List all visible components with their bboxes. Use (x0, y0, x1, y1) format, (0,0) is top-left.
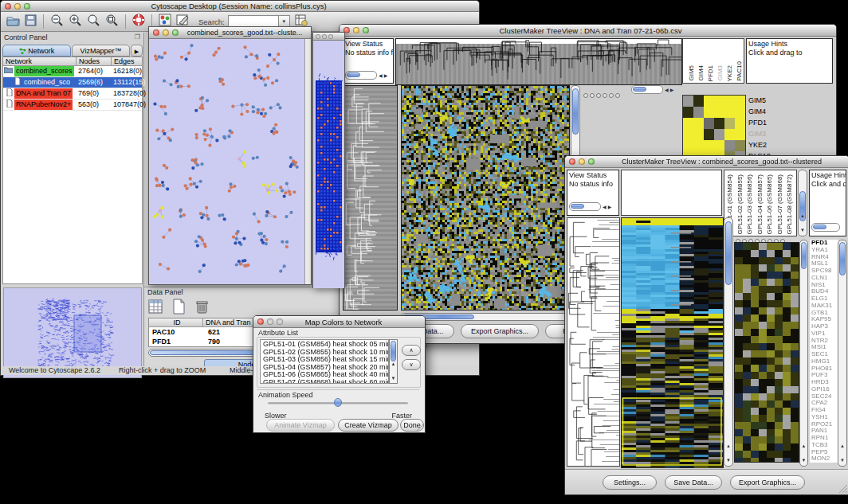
close-icon[interactable] (569, 158, 575, 165)
tv1-hscrollbar[interactable] (401, 313, 570, 321)
minimize-icon[interactable] (267, 318, 273, 325)
gene-label[interactable]: GIM5 (748, 95, 780, 106)
close-icon[interactable] (153, 29, 159, 36)
column-label[interactable]: GPL51-07 (GSM868) (776, 174, 783, 235)
zoom-icon[interactable] (363, 27, 369, 33)
right-arrow-icon[interactable]: ▶ (670, 88, 674, 92)
column-label[interactable]: PAC10 (736, 61, 743, 81)
grid-network-canvas[interactable] (313, 41, 344, 288)
gene-list-item[interactable]: MON2 (811, 455, 838, 463)
scroll-arrows[interactable]: ▲▼ (725, 436, 732, 465)
column-label[interactable]: GIM3 (716, 65, 724, 81)
more-tabs-icon[interactable]: ▶ (131, 45, 143, 57)
open-file-icon[interactable] (6, 14, 20, 29)
column-label[interactable]: GIM4 (697, 65, 705, 81)
right-arrow-icon[interactable]: ▶ (608, 205, 612, 209)
attribute-list-item[interactable]: GPL51-07 (GSM868) heat shock 60 min (263, 379, 388, 384)
treeview-dna-titlebar[interactable]: ClusterMaker TreeView : DNA and Tran 07-… (340, 25, 836, 37)
create-vizmap-button[interactable]: Create Vizmap (338, 419, 398, 432)
column-label[interactable]: PFD1 (707, 65, 714, 81)
move-down-button[interactable]: ∨ (402, 359, 421, 370)
tv2-column-dendrogram-area[interactable] (621, 170, 722, 216)
network-canvas[interactable] (149, 39, 304, 284)
zoom-out-icon[interactable] (50, 14, 64, 29)
tv2-settings-button[interactable]: Settings... (603, 475, 657, 490)
dialog-titlebar[interactable]: Map Colors to Network (253, 316, 425, 328)
scroll-arrows[interactable]: ▲▼ (801, 436, 807, 465)
network-row[interactable]: DNA and Tran 07769(0)183728(0) (3, 88, 142, 100)
close-icon[interactable] (316, 34, 320, 39)
tv2-usage-slider[interactable] (811, 223, 840, 232)
gene-label[interactable]: GIM3 (748, 128, 780, 139)
main-titlebar[interactable]: Cytoscape Desktop (Session Name: collins… (1, 1, 479, 12)
resize-grip-icon[interactable] (416, 424, 424, 432)
zoom-icon[interactable] (172, 29, 179, 36)
minimize-icon[interactable] (353, 27, 359, 33)
zoom-icon[interactable] (328, 34, 333, 39)
column-label[interactable]: GPL51-06 (GSM865) (766, 174, 773, 235)
delete-attribute-icon[interactable] (194, 299, 209, 318)
network-view-titlebar[interactable]: combined_scores_good.txt--cluste... (149, 27, 311, 39)
move-up-button[interactable]: ∧ (402, 345, 421, 356)
gene-label[interactable]: PFD1 (748, 117, 780, 128)
tv2-vscrollbar[interactable]: ▲▼ (724, 217, 733, 467)
zoom-icon[interactable] (588, 158, 595, 165)
float-panel-icon[interactable]: ❐ (135, 33, 140, 43)
tv1-export-graphics-button[interactable]: Export Graphics... (461, 324, 539, 338)
column-label[interactable]: GIM5 (688, 65, 695, 81)
network-row[interactable]: combined_scores2764(0)16218(0) (3, 66, 142, 77)
treeview-combined-titlebar[interactable]: ClusterMaker TreeView : combined_scores_… (565, 156, 848, 168)
attribute-list[interactable]: GPL51-01 (GSM854) heat shock 05 minGPL51… (260, 339, 389, 384)
column-label[interactable]: GPL51-03 (GSM856) (746, 174, 753, 235)
minimize-icon[interactable] (163, 29, 169, 36)
animation-slider-thumb[interactable] (334, 398, 342, 407)
birdseye-view[interactable] (3, 287, 142, 378)
column-label[interactable]: YKE2 (726, 65, 733, 81)
attribute-select-icon[interactable] (147, 299, 163, 318)
new-attribute-icon[interactable] (171, 299, 186, 318)
tv1-detail-toolbar[interactable] (583, 87, 622, 101)
network-row[interactable]: RNAPuberNov2+563(0)107847(0) (3, 100, 142, 111)
tv1-row-dendrogram[interactable] (343, 85, 398, 311)
zoom-in-icon[interactable] (69, 14, 82, 29)
tab-vizmapper[interactable]: VizMapper™ (72, 45, 130, 57)
tv1-heatmap[interactable] (401, 85, 570, 311)
col-network[interactable]: Network (3, 57, 77, 66)
tab-network[interactable]: Network (2, 45, 71, 57)
tv2-row-dendrogram[interactable] (567, 218, 619, 466)
col-edges[interactable]: Edges (112, 57, 142, 66)
zoom-fit-icon[interactable] (87, 14, 100, 29)
window-controls[interactable] (5, 3, 30, 10)
minimize-icon[interactable] (14, 3, 21, 10)
scroll-arrows[interactable]: ▲▼ (799, 206, 806, 235)
col-nodes[interactable]: Nodes (77, 57, 112, 66)
gene-label[interactable]: GIM4 (748, 106, 780, 117)
left-arrow-icon[interactable]: ◀ (665, 88, 669, 92)
tv1-detail-zoom-slider[interactable]: ◀ ▶ (631, 85, 673, 94)
save-icon[interactable] (25, 14, 37, 29)
resize-grip-icon[interactable] (838, 484, 848, 494)
tv2-gene-vscrollbar[interactable]: ▲▼ (838, 240, 847, 467)
left-arrow-icon[interactable]: ◀ (603, 205, 607, 209)
column-label[interactable]: GPL51-04 (GSM857) (756, 174, 764, 235)
close-icon[interactable] (5, 3, 11, 10)
id-column[interactable]: ID (149, 318, 203, 327)
column-label[interactable]: GPL51-08 (GSM872) (786, 174, 793, 235)
tv2-heatmap[interactable] (621, 217, 724, 468)
minimize-icon[interactable] (579, 158, 585, 165)
scroll-arrows[interactable]: ▲▼ (391, 354, 396, 383)
tv2-detail-heatmap[interactable] (734, 242, 799, 463)
left-arrow-icon[interactable]: ◀ (379, 73, 383, 78)
tv2-detail-vscrollbar[interactable]: ▲▼ (799, 240, 808, 467)
close-icon[interactable] (257, 318, 264, 325)
scroll-arrows[interactable]: ▲▼ (839, 436, 846, 465)
attribute-list-vscrollbar[interactable]: ▲▼ (389, 339, 398, 384)
zoom-icon[interactable] (277, 318, 283, 325)
tv1-status-zoom-slider[interactable]: ◀ ▶ (345, 71, 387, 80)
tv2-export-graphics-button[interactable]: Export Graphics... (730, 475, 805, 490)
tv1-similarity-heatmap[interactable] (682, 95, 746, 163)
animate-vizmap-button[interactable]: Animate Vizmap (266, 419, 335, 432)
help-lifering-icon[interactable] (132, 14, 145, 29)
tv2-status-zoom-slider[interactable]: ◀ ▶ (569, 202, 611, 211)
gene-label[interactable]: YKE2 (748, 139, 780, 150)
